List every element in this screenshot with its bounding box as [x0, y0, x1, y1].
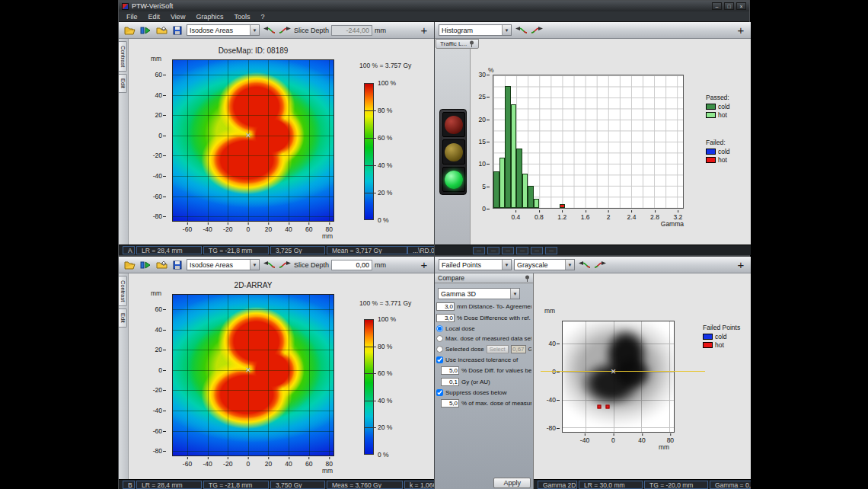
side-tab[interactable]: Contrast	[119, 276, 127, 306]
colorbar-tick-label: 100 %	[378, 315, 396, 323]
menu-item[interactable]: Tools	[228, 12, 255, 21]
pin-icon[interactable]	[469, 40, 474, 47]
new-folder-icon[interactable]	[155, 24, 168, 37]
selected-dose-input[interactable]	[511, 345, 526, 353]
tick-label: 20	[265, 225, 272, 233]
next-slice-icon[interactable]	[530, 24, 544, 37]
failed-points-view-dropdown[interactable]: Failed Points ▼	[439, 259, 512, 270]
histogram-view-dropdown[interactable]: Histogram ▼	[439, 24, 512, 36]
selected-dose-radio[interactable]	[436, 346, 443, 353]
measure-compare-icon[interactable]	[139, 259, 152, 271]
status-k-factor: k = 1,066	[404, 481, 434, 489]
status-mini-segment: ---	[545, 247, 557, 254]
local-dose-radio[interactable]	[436, 325, 443, 332]
side-tab[interactable]: Edit	[119, 74, 127, 93]
chevron-down-icon[interactable]: ▼	[502, 260, 511, 270]
view-mode-dropdown[interactable]: Isodose Areas ▼	[187, 24, 260, 36]
next-slice-icon[interactable]	[278, 259, 292, 271]
tick-label: 0	[482, 205, 486, 213]
dose-diff-label: % Dose Difference with ref. t	[457, 315, 531, 321]
dose-map-a[interactable]: ×	[172, 59, 334, 222]
dta-input[interactable]	[436, 302, 455, 311]
add-view-button[interactable]: +	[735, 25, 747, 36]
tick-label: -20	[153, 152, 162, 159]
slice-depth-input[interactable]	[331, 260, 372, 270]
add-view-button[interactable]: +	[418, 260, 430, 270]
legend-group-passed: Passed: coldhot	[706, 94, 730, 119]
legend-item: hot	[706, 156, 730, 164]
side-tab[interactable]: Contrast	[119, 41, 127, 72]
tolerance-dose-input[interactable]	[441, 366, 459, 375]
menu-item[interactable]: ?	[255, 12, 270, 21]
window-controls: – □ ×	[712, 2, 746, 10]
menu-item[interactable]: View	[165, 12, 190, 21]
legend-item: hot	[706, 111, 730, 119]
status-tg: TG = -21,8 mm	[203, 246, 269, 254]
chevron-down-icon[interactable]: ▼	[565, 260, 574, 270]
colorbar-tick-label: 40 %	[378, 397, 392, 404]
chevron-down-icon[interactable]: ▼	[502, 25, 511, 35]
next-slice-icon[interactable]	[278, 24, 292, 37]
profile-line[interactable]	[541, 371, 705, 372]
tolerance-gy-input[interactable]	[441, 378, 459, 386]
save-icon[interactable]	[171, 24, 184, 37]
colorbar-scale-text: 100 % = 3.757 Gy	[359, 62, 411, 69]
prev-slice-icon[interactable]	[262, 24, 276, 37]
max-dose-radio[interactable]	[436, 335, 443, 342]
compare-panel: Compare Gamma 3D ▼ mm Distance- To- Agre…	[435, 273, 534, 489]
open-file-icon[interactable]	[123, 24, 136, 37]
map-title: 2D-ARRAY	[172, 281, 334, 289]
histogram-plot[interactable]	[493, 75, 684, 209]
y-axis-ticks: 400-40-80	[537, 321, 560, 433]
tolerance-check-label: Use increased tolerance of	[445, 356, 518, 363]
histogram-bar-passed-cold	[493, 171, 499, 208]
next-slice-icon[interactable]	[593, 259, 607, 271]
compare-header[interactable]: Compare	[435, 273, 533, 283]
compare-method-dropdown[interactable]: Gamma 3D ▼	[438, 288, 520, 299]
tick-label: 20	[155, 346, 162, 353]
colorbar	[364, 83, 374, 220]
suppress-input[interactable]	[441, 399, 459, 408]
minimize-button[interactable]: –	[712, 2, 722, 10]
menu-item[interactable]: Edit	[143, 12, 166, 21]
save-icon[interactable]	[171, 259, 184, 271]
close-button[interactable]: ×	[736, 2, 746, 10]
dose-diff-input[interactable]	[436, 314, 455, 322]
chevron-down-icon[interactable]: ▼	[510, 289, 519, 299]
tolerance-checkbox[interactable]	[436, 356, 443, 363]
prev-slice-icon[interactable]	[262, 259, 276, 271]
prev-slice-icon[interactable]	[514, 24, 528, 37]
tick-label: -60	[153, 427, 162, 435]
legend-swatch	[703, 334, 713, 340]
menu-item[interactable]: File	[121, 12, 143, 21]
y-axis-unit: mm	[544, 307, 555, 315]
pin-icon[interactable]	[525, 275, 530, 282]
dosemap-a-toolbar: Isodose Areas ▼ Slice Depth mm +	[119, 22, 434, 39]
apply-button[interactable]: Apply	[493, 478, 531, 488]
side-tab[interactable]: Edit	[119, 308, 127, 328]
chevron-down-icon[interactable]: ▼	[250, 260, 259, 270]
title-bar[interactable]: PTW-VeriSoft – □ ×	[119, 1, 749, 11]
failed-points-map[interactable]	[562, 321, 675, 433]
histogram-bar-passed-cold	[516, 149, 522, 208]
tick-label: 40	[155, 91, 162, 99]
colorbar-tick-label: 100 %	[378, 79, 396, 87]
tick-label: 0	[246, 225, 250, 233]
new-folder-icon[interactable]	[155, 259, 168, 271]
chevron-down-icon[interactable]: ▼	[250, 25, 259, 35]
restore-button[interactable]: □	[724, 2, 734, 10]
traffic-light-tab[interactable]: Traffic L...	[436, 39, 479, 49]
prev-slice-icon[interactable]	[577, 259, 591, 271]
dose-map-b[interactable]: ×	[172, 294, 334, 456]
view-mode-dropdown[interactable]: Isodose Areas ▼	[187, 259, 260, 270]
measure-compare-icon[interactable]	[139, 24, 152, 37]
colormap-dropdown[interactable]: Grayscale ▼	[514, 259, 575, 270]
menu-item[interactable]: Graphics	[190, 12, 228, 21]
add-view-button[interactable]: +	[418, 25, 430, 36]
open-file-icon[interactable]	[123, 259, 136, 271]
tick-label: 60	[305, 460, 312, 468]
select-dose-button[interactable]: Select	[487, 345, 509, 353]
suppress-checkbox[interactable]	[436, 389, 443, 396]
slice-depth-input[interactable]	[331, 25, 372, 36]
add-view-button[interactable]: +	[735, 260, 747, 270]
